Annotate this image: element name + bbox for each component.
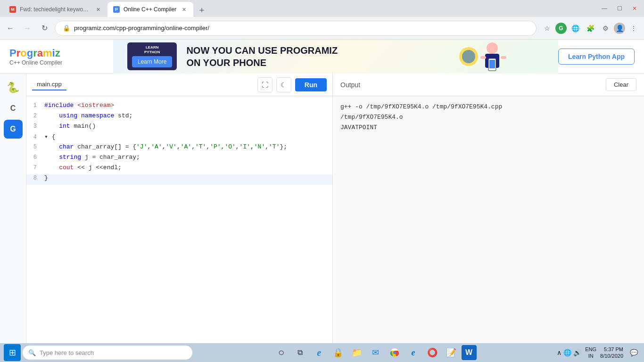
tab-compiler-close[interactable]: ✕ <box>180 6 188 13</box>
close-button[interactable]: ✕ <box>629 3 640 14</box>
editor-toolbar: main.cpp ⛶ ☾ Run <box>26 74 332 96</box>
line-number-4: 4 <box>30 134 44 140</box>
promo-headline-2: ON YOUR PHONE <box>186 57 338 69</box>
svg-point-9 <box>393 351 396 354</box>
sidebar-icon-cpp[interactable]: C <box>4 99 23 118</box>
forward-button[interactable]: → <box>21 22 34 35</box>
svg-rect-5 <box>501 56 506 59</box>
code-line-3: 3 int main() <box>26 123 332 133</box>
gmail-favicon: M <box>9 6 16 13</box>
line-number-1: 1 <box>30 102 44 109</box>
code-line-4: 4 ▾ { <box>26 133 332 143</box>
sidebar-icon-python[interactable]: 🐍 <box>4 78 23 97</box>
output-label: Output <box>340 81 606 89</box>
tab-gmail-close[interactable]: ✕ <box>94 6 102 13</box>
google-account-icon[interactable]: G <box>555 23 567 34</box>
taskbar-security[interactable]: 🔒 <box>330 344 347 361</box>
logo-area: Programiz C++ Online Compiler <box>9 47 113 66</box>
translate-icon[interactable]: 🌐 <box>569 22 582 35</box>
minimize-button[interactable]: — <box>599 3 610 14</box>
taskbar-explorer[interactable]: 📁 <box>348 344 365 361</box>
taskbar-chrome[interactable] <box>386 344 403 361</box>
search-icon: 🔍 <box>28 349 36 356</box>
output-panel: Output Clear g++ -o /tmp/9fXO7E95K4.o /t… <box>333 74 644 343</box>
address-bar: ← → ↻ 🔒 programiz.com/cpp-programming/on… <box>0 17 644 40</box>
learn-python-label: LEARNPYTHON <box>144 45 160 54</box>
code-panel: main.cpp ⛶ ☾ Run 1 #include <iostream> 2… <box>26 74 333 343</box>
dark-mode-button[interactable]: ☾ <box>276 77 291 92</box>
line-number-3: 3 <box>30 123 44 130</box>
code-line-8: 8 } <box>26 174 332 185</box>
lock-icon: 🔒 <box>63 25 70 32</box>
search-placeholder: Type here to search <box>40 349 94 356</box>
fullscreen-button[interactable]: ⛶ <box>257 77 272 92</box>
svg-point-2 <box>487 42 498 54</box>
extension-icons: ☆ G 🌐 🧩 ⚙ 👤 ⋮ <box>540 22 640 35</box>
promo-text-area: NOW YOU CAN USE PROGRAMIZ ON YOUR PHONE <box>186 44 338 69</box>
back-button[interactable]: ← <box>4 22 17 35</box>
tab-gmail-label: Fwd: techiedelight keywords list... <box>20 6 91 13</box>
line-content-2: using namespace std; <box>44 112 132 119</box>
fullscreen-icon: ⛶ <box>262 81 268 89</box>
code-line-6: 6 string j = char_array; <box>26 154 332 164</box>
taskbar: ⊞ 🔍 Type here to search ○ ⧉ e 🔒 📁 ✉ e ⭕ … <box>0 343 644 362</box>
logo-subtitle: C++ Online Compiler <box>9 59 62 66</box>
line-content-1: #include <iostream> <box>44 102 114 109</box>
output-line-2: /tmp/9fXO7E95K4.o <box>340 112 636 123</box>
clear-button[interactable]: Clear <box>606 78 636 91</box>
learn-python-badge: LEARNPYTHON Learn More <box>127 42 177 70</box>
start-button[interactable]: ⊞ <box>4 344 21 361</box>
editor-container: 🐍 C G main.cpp ⛶ ☾ Run 1 #include <iostr… <box>0 74 644 343</box>
code-line-7: 7 cout << j <<endl; <box>26 164 332 174</box>
file-tab[interactable]: main.cpp <box>32 79 66 90</box>
taskbar-search[interactable]: 🔍 Type here to search <box>23 346 192 360</box>
tray-arrow[interactable]: ∧ <box>557 349 561 356</box>
system-clock[interactable]: 5:37 PM 8/10/2020 <box>600 346 623 360</box>
output-toolbar: Output Clear <box>333 74 644 96</box>
sidebar-icon-programiz[interactable]: G <box>4 120 23 139</box>
notification-button[interactable]: 💬 <box>627 346 640 359</box>
clock-time: 5:37 PM <box>600 346 623 353</box>
line-number-7: 7 <box>30 165 44 171</box>
windows-icon: ⊞ <box>9 347 16 358</box>
menu-icon[interactable]: ⋮ <box>627 22 640 35</box>
promo-headline-1: NOW YOU CAN USE PROGRAMIZ <box>186 44 338 57</box>
extensions-icon[interactable]: 🧩 <box>584 22 597 35</box>
taskbar-edge[interactable]: e <box>405 344 422 361</box>
taskbar-ie[interactable]: e <box>311 344 328 361</box>
taskbar-notes[interactable]: 📝 <box>443 344 460 361</box>
tray-lang: ENGIN <box>585 346 596 360</box>
taskbar-search-circle[interactable]: ○ <box>273 344 290 361</box>
code-line-1: 1 #include <iostream> <box>26 102 332 112</box>
tab-compiler[interactable]: P Online C++ Compiler ✕ <box>107 2 193 17</box>
tray-icons: ∧ 🌐 🔊 <box>557 349 581 356</box>
svg-rect-7 <box>489 60 495 68</box>
star-icon[interactable]: ☆ <box>540 22 553 35</box>
taskbar-mail[interactable]: ✉ <box>367 344 384 361</box>
user-icon[interactable]: 👤 <box>614 23 625 34</box>
line-number-5: 5 <box>30 144 44 150</box>
run-button[interactable]: Run <box>295 78 327 91</box>
learn-more-button[interactable]: Learn More <box>132 56 172 67</box>
line-number-6: 6 <box>30 154 44 161</box>
compiler-favicon: P <box>113 6 120 13</box>
taskbar-word[interactable]: W <box>462 345 477 360</box>
browser-titlebar: M Fwd: techiedelight keywords list... ✕ … <box>0 0 644 17</box>
moon-icon: ☾ <box>281 81 287 89</box>
address-input[interactable]: 🔒 programiz.com/cpp-programming/online-c… <box>55 21 537 36</box>
tray-sound[interactable]: 🔊 <box>573 349 581 356</box>
line-content-5: char char_array[] = {'J','A','V','A','T'… <box>44 143 287 150</box>
maximize-button[interactable]: ☐ <box>614 3 625 14</box>
reload-button[interactable]: ↻ <box>38 22 51 35</box>
code-editor[interactable]: 1 #include <iostream> 2 using namespace … <box>26 96 332 343</box>
logo: Programiz <box>9 47 60 59</box>
settings-icon[interactable]: ⚙ <box>599 22 612 35</box>
new-tab-button[interactable]: + <box>195 4 208 17</box>
taskbar-taskview[interactable]: ⧉ <box>292 344 309 361</box>
tab-gmail[interactable]: M Fwd: techiedelight keywords list... ✕ <box>4 2 107 17</box>
taskbar-opera[interactable]: ⭕ <box>424 344 441 361</box>
svg-point-1 <box>462 50 475 63</box>
learn-python-app-button[interactable]: Learn Python App <box>558 49 635 65</box>
tray-network[interactable]: 🌐 <box>563 349 571 356</box>
taskbar-tray: ∧ 🌐 🔊 ENGIN 5:37 PM 8/10/2020 💬 <box>557 346 640 360</box>
